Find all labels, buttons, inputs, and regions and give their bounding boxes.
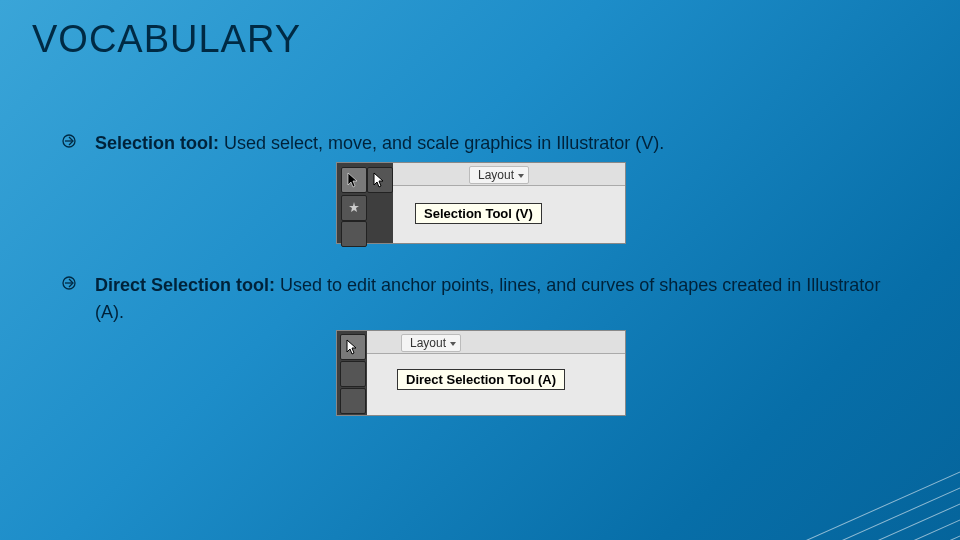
direct-selection-tool-button [367, 167, 393, 193]
wand-icon [347, 201, 361, 215]
decorative-lines [600, 290, 960, 540]
tool-column [337, 331, 367, 415]
bullet-text: Direct Selection tool: Used to edit anch… [95, 272, 895, 326]
term: Direct Selection tool: [95, 275, 275, 295]
bullet-item: Selection tool: Used select, move, and s… [62, 130, 664, 157]
tooltip: Direct Selection Tool (A) [397, 369, 565, 390]
definition: Used select, move, and scale graphics in… [219, 133, 664, 153]
layout-dropdown: Layout [469, 166, 529, 184]
cursor-icon [347, 172, 361, 188]
tool-button [340, 361, 366, 387]
page-title: VOCABULARY [32, 18, 301, 61]
direct-selection-tool-screenshot: Layout Direct Selection Tool (A) [336, 330, 626, 416]
tool-column [337, 163, 393, 243]
selection-tool-button [341, 167, 367, 193]
term: Selection tool: [95, 133, 219, 153]
selection-tool-screenshot: Layout Selection Tool (V) [336, 162, 626, 244]
bullet-item: Direct Selection tool: Used to edit anch… [62, 272, 895, 326]
direct-selection-tool-button [340, 334, 366, 360]
bullet-icon [62, 276, 76, 290]
layout-dropdown: Layout [401, 334, 461, 352]
tooltip: Selection Tool (V) [415, 203, 542, 224]
bullet-text: Selection tool: Used select, move, and s… [95, 130, 664, 157]
slide: VOCABULARY Selection tool: Used select, … [0, 0, 960, 540]
tool-button [341, 221, 367, 247]
hollow-cursor-icon [373, 172, 387, 188]
tool-button [340, 388, 366, 414]
hollow-cursor-icon [346, 339, 360, 355]
wand-tool-button [341, 195, 367, 221]
bullet-icon [62, 134, 76, 148]
